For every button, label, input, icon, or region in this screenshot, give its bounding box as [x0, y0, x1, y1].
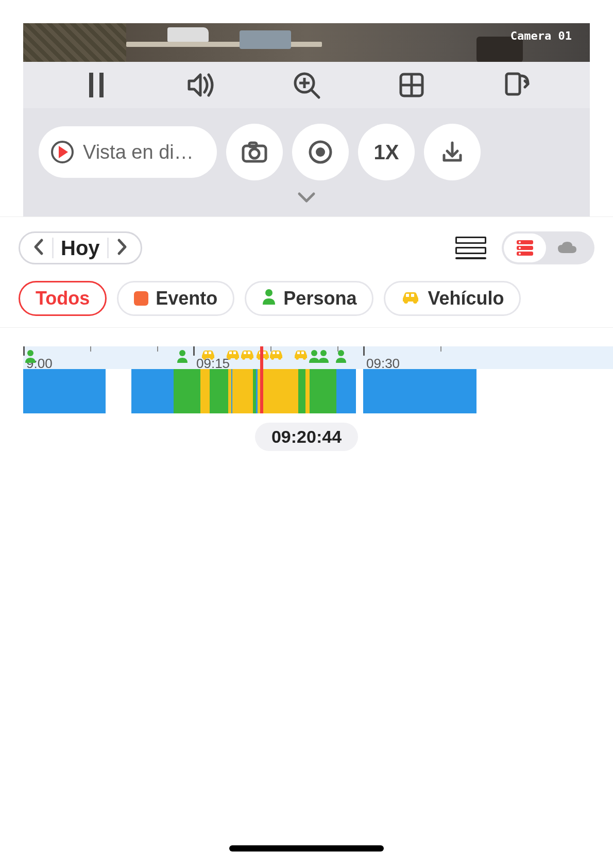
svg-point-38	[249, 357, 252, 360]
timeline-segment-blue	[131, 369, 174, 413]
svg-point-37	[242, 357, 245, 360]
event-icon	[134, 291, 148, 306]
filter-all-label: Todos	[36, 288, 90, 309]
svg-point-34	[235, 357, 238, 360]
day-label[interactable]: Hoy	[59, 237, 102, 260]
svg-point-42	[265, 357, 268, 360]
speed-label: 1X	[374, 141, 399, 164]
timeline-segment-blue	[336, 369, 356, 413]
decor	[240, 30, 291, 49]
timeline-segment-green	[298, 369, 305, 413]
timeline-event-mark	[311, 369, 312, 413]
camera-label: Camera 01	[510, 29, 572, 42]
filter-event-label: Evento	[156, 288, 217, 309]
timeline-vehicle-marker	[225, 349, 241, 363]
timeline-vehicle-marker	[293, 349, 309, 363]
svg-rect-51	[297, 352, 300, 354]
svg-point-53	[311, 350, 317, 356]
timeline-segment-yellow	[239, 369, 253, 413]
svg-point-21	[519, 253, 521, 255]
filter-event[interactable]: Evento	[117, 281, 234, 316]
timeline-event-mark	[323, 369, 325, 413]
vehicle-icon	[401, 288, 420, 309]
record-button[interactable]	[292, 124, 349, 180]
timeline-person-marker	[318, 349, 329, 365]
timeline-person-marker	[25, 349, 36, 365]
playback-speed-button[interactable]: 1X	[358, 124, 415, 180]
filter-vehicle-label: Vehículo	[428, 288, 504, 309]
local-storage-button[interactable]	[504, 233, 546, 262]
download-button[interactable]	[424, 124, 481, 180]
snapshot-button[interactable]	[226, 124, 283, 180]
svg-line-5	[312, 90, 319, 97]
prev-day-button[interactable]	[29, 238, 47, 258]
pause-button[interactable]	[78, 67, 114, 103]
timeline-event-mark	[314, 369, 315, 413]
svg-rect-0	[89, 73, 93, 97]
svg-rect-32	[209, 352, 211, 354]
svg-point-29	[203, 357, 206, 360]
filter-person-label: Persona	[283, 288, 356, 309]
svg-point-50	[303, 357, 306, 360]
timeline-segment-blue	[23, 369, 106, 413]
svg-point-55	[338, 350, 344, 356]
svg-point-45	[271, 357, 274, 360]
timeline-segment-blue	[363, 369, 476, 413]
timeline[interactable]: 9:0009:1509:30	[23, 346, 613, 413]
timeline-event-mark	[330, 369, 332, 413]
timeline-tick	[157, 346, 158, 352]
cloud-storage-button[interactable]	[546, 233, 588, 262]
decor	[23, 23, 126, 62]
timeline-tick	[440, 346, 441, 352]
svg-point-54	[320, 350, 327, 356]
timeline-tick	[90, 346, 91, 352]
home-indicator[interactable]	[229, 845, 384, 852]
svg-rect-26	[411, 294, 414, 297]
filter-all[interactable]: Todos	[19, 281, 107, 316]
player-toolbar	[23, 62, 590, 108]
timeline-segment-yellow	[228, 369, 239, 413]
svg-point-33	[228, 357, 231, 360]
decor	[126, 42, 322, 47]
svg-point-14	[316, 147, 325, 157]
audio-button[interactable]	[183, 67, 219, 103]
live-view-label: Vista en dir…	[83, 141, 196, 163]
svg-point-12	[250, 149, 259, 158]
svg-point-20	[519, 247, 521, 249]
playhead[interactable]	[260, 346, 263, 413]
svg-point-49	[296, 357, 299, 360]
svg-rect-36	[233, 352, 236, 354]
control-panel: Vista en dir… 1X	[23, 108, 590, 216]
timeline-tick	[193, 346, 195, 356]
timeline-segment-yellow	[264, 369, 298, 413]
timeline-section: 9:0009:1509:30 09:20:44	[0, 328, 613, 451]
filter-person[interactable]: Persona	[245, 281, 373, 316]
next-day-button[interactable]	[114, 238, 131, 258]
expand-controls-button[interactable]	[39, 180, 574, 206]
timeline-segment-blue	[256, 369, 258, 413]
timeline-vehicle-marker	[200, 349, 216, 363]
current-time: 09:20:44	[255, 423, 358, 451]
timeline-segment-yellow	[305, 369, 310, 413]
svg-rect-25	[406, 294, 409, 297]
svg-point-22	[265, 289, 273, 296]
live-view-button[interactable]: Vista en dir…	[39, 126, 217, 178]
svg-rect-39	[244, 352, 246, 354]
svg-point-28	[179, 350, 185, 356]
svg-rect-31	[205, 352, 207, 354]
list-view-button[interactable]	[455, 237, 486, 259]
rotate-device-button[interactable]	[499, 67, 535, 103]
multiview-button[interactable]	[394, 67, 430, 103]
svg-point-19	[519, 241, 521, 243]
zoom-button[interactable]	[288, 67, 325, 103]
svg-rect-44	[263, 352, 266, 354]
svg-rect-48	[277, 352, 279, 354]
svg-rect-9	[506, 74, 520, 94]
timeline-segment-yellow	[200, 369, 210, 413]
camera-video-thumbnail[interactable]: Camera 01	[23, 23, 590, 62]
svg-rect-40	[248, 352, 250, 354]
divider	[107, 238, 109, 258]
svg-rect-1	[99, 73, 104, 97]
timeline-tick	[363, 346, 365, 356]
filter-vehicle[interactable]: Vehículo	[384, 281, 521, 316]
